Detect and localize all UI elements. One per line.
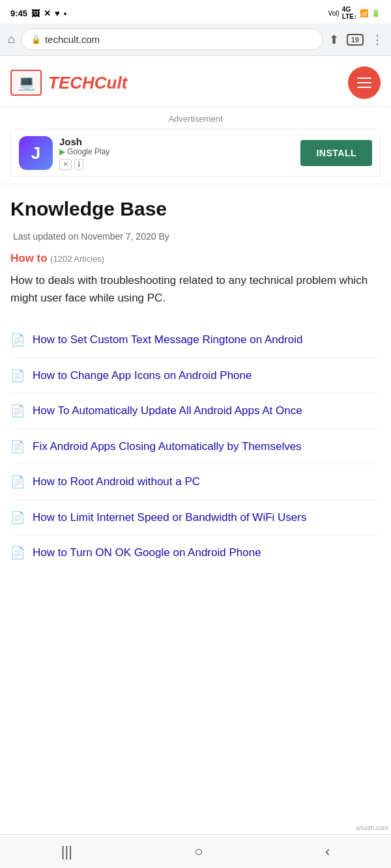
ad-controls: ✕ ℹ xyxy=(59,159,109,170)
article-icon: 📄 xyxy=(10,511,25,525)
category-description: How to deals with troubleshooting relate… xyxy=(10,272,381,307)
heart-icon: ♥ xyxy=(55,8,60,18)
tab-count[interactable]: 19 xyxy=(347,34,364,46)
article-icon: 📄 xyxy=(10,369,25,383)
lock-icon: 🔒 xyxy=(31,35,41,44)
install-button[interactable]: INSTALL xyxy=(300,140,372,166)
laptop-icon: 💻 xyxy=(18,74,35,91)
ad-info-button[interactable]: ℹ xyxy=(74,159,83,170)
article-icon: 📄 xyxy=(10,333,25,347)
category-title: How to xyxy=(10,252,48,264)
article-link[interactable]: How To Automatically Update All Android … xyxy=(33,402,302,419)
url-bar[interactable]: 🔒 techcult.com xyxy=(22,29,323,50)
play-icon: ▶ xyxy=(59,147,65,156)
article-list: 📄 How to Set Custom Text Message Rington… xyxy=(10,322,381,570)
logo-icon: 💻 xyxy=(10,70,42,96)
vol-icon: Vol) xyxy=(328,10,340,17)
ad-store-name: Google Play xyxy=(67,147,109,156)
ad-banner: J Josh ▶ Google Play ✕ ℹ INSTALL xyxy=(10,129,381,177)
list-item[interactable]: 📄 Fix Android Apps Closing Automatically… xyxy=(10,429,381,465)
ad-app-icon: J xyxy=(19,136,53,170)
status-right: Vol) 4GLTE↑ 📶 🔋 xyxy=(328,6,381,20)
josh-logo: J xyxy=(31,143,40,163)
url-text: techcult.com xyxy=(45,34,100,45)
list-item[interactable]: 📄 How to Root Android without a PC xyxy=(10,464,381,500)
hamburger-button[interactable] xyxy=(348,66,381,99)
ad-info: Josh ▶ Google Play ✕ ℹ xyxy=(59,136,109,170)
logo-cult: Cult xyxy=(94,73,128,92)
page-content: 💻 TECHCult Advertisement J Josh xyxy=(0,56,391,583)
ad-label: Advertisement xyxy=(10,114,381,124)
nav-home[interactable]: ○ xyxy=(181,838,216,865)
list-item[interactable]: 📄 How to Turn ON OK Google on Android Ph… xyxy=(10,535,381,570)
article-link[interactable]: How to Root Android without a PC xyxy=(33,473,200,490)
article-icon: 📄 xyxy=(10,546,25,560)
nav-recent[interactable]: ||| xyxy=(48,838,85,865)
meta-info: Last updated on November 7, 2020 By xyxy=(10,231,381,242)
more-icon[interactable]: ⋮ xyxy=(371,33,383,47)
article-link[interactable]: How to Limit Internet Speed or Bandwidth… xyxy=(33,509,306,526)
article-icon: 📄 xyxy=(10,440,25,454)
network-icon: 4GLTE↑ xyxy=(342,6,357,20)
nav-bar: ||| ○ ‹ xyxy=(0,834,391,868)
browser-bar: ⌂ 🔒 techcult.com ⬆ 19 ⋮ xyxy=(0,23,391,56)
nav-back[interactable]: ‹ xyxy=(312,838,343,865)
site-header: 💻 TECHCult xyxy=(0,56,391,107)
ad-store: ▶ Google Play xyxy=(59,147,109,156)
logo-tech: TECH xyxy=(48,73,94,92)
hamburger-lines xyxy=(357,77,371,88)
article-link[interactable]: How to Set Custom Text Message Ringtone … xyxy=(33,331,303,348)
list-item[interactable]: 📄 How to Change App Icons on Android Pho… xyxy=(10,358,381,394)
article-icon: 📄 xyxy=(10,404,25,418)
time: 9:45 xyxy=(10,8,27,18)
hamburger-line-1 xyxy=(357,77,371,79)
article-icon: 📄 xyxy=(10,475,25,489)
home-icon[interactable]: ⌂ xyxy=(8,33,15,46)
list-item[interactable]: 📄 How To Automatically Update All Androi… xyxy=(10,393,381,429)
hamburger-line-3 xyxy=(357,87,371,88)
hamburger-line-2 xyxy=(357,82,371,83)
ad-app-name: Josh xyxy=(59,136,109,147)
article-link[interactable]: Fix Android Apps Closing Automatically b… xyxy=(33,438,302,455)
category-count: (1202 Articles) xyxy=(50,254,104,264)
x-icon: ✕ xyxy=(44,8,51,18)
logo-area: 💻 TECHCult xyxy=(10,70,127,96)
screenshot-icon: 🖼 xyxy=(31,8,40,18)
share-icon[interactable]: ⬆ xyxy=(329,33,339,47)
article-link[interactable]: How to Turn ON OK Google on Android Phon… xyxy=(33,544,261,561)
main-content: Knowledge Base Last updated on November … xyxy=(0,184,391,583)
ad-close[interactable]: ✕ xyxy=(59,159,72,170)
list-item[interactable]: 📄 How to Set Custom Text Message Rington… xyxy=(10,322,381,358)
page-title: Knowledge Base xyxy=(10,197,381,221)
browser-actions: ⬆ 19 ⋮ xyxy=(329,33,383,47)
watermark: wsxdn.com xyxy=(356,824,388,832)
status-bar: 9:45 🖼 ✕ ♥ • Vol) 4GLTE↑ 📶 🔋 xyxy=(0,0,391,23)
dot-icon: • xyxy=(64,8,67,18)
article-link[interactable]: How to Change App Icons on Android Phone xyxy=(33,367,252,384)
ad-section: Advertisement J Josh ▶ Google Play ✕ ℹ xyxy=(0,107,391,184)
signal-icon: 📶 xyxy=(360,9,369,18)
status-left: 9:45 🖼 ✕ ♥ • xyxy=(10,8,66,18)
battery-icon: 🔋 xyxy=(371,9,381,18)
logo-text[interactable]: TECHCult xyxy=(48,74,127,91)
category-header: How to (1202 Articles) xyxy=(10,252,381,265)
ad-left: J Josh ▶ Google Play ✕ ℹ xyxy=(19,136,109,170)
list-item[interactable]: 📄 How to Limit Internet Speed or Bandwid… xyxy=(10,500,381,536)
